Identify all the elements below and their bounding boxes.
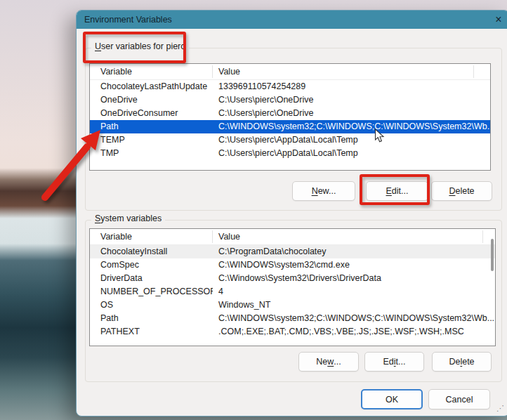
column-divider[interactable]	[212, 65, 213, 78]
table-row[interactable]: OneDriveConsumerC:\Users\pierc\OneDrive	[90, 107, 490, 120]
variable-name-cell: Path	[90, 312, 213, 325]
system-delete-button[interactable]: Delete	[432, 352, 492, 372]
window-title: Environment Variables	[84, 15, 172, 25]
table-row[interactable]: PATHEXT.COM;.EXE;.BAT;.CMD;.VBS;.VBE;.JS…	[90, 325, 495, 339]
desktop: Environment Variables × User variables f…	[0, 0, 507, 420]
variable-name-cell: ChocolateyInstall	[90, 245, 213, 258]
column-divider[interactable]	[473, 65, 474, 78]
variable-value-cell: C:\Users\pierc\OneDrive	[213, 107, 490, 120]
annotation-box-edit-button	[360, 174, 430, 205]
variable-name-cell: DriverData	[90, 272, 213, 285]
system-variables-table[interactable]: Variable Value ChocolateyInstallC:\Progr…	[89, 228, 496, 346]
variable-value-cell: C:\Users\pierc\AppData\Local\Temp	[213, 133, 490, 147]
system-new-button[interactable]: New...	[298, 352, 359, 372]
ok-button[interactable]: OK	[361, 389, 423, 409]
table-row[interactable]: ChocolateyInstallC:\ProgramData\chocolat…	[90, 245, 495, 258]
table-row[interactable]: OSWindows_NT	[90, 298, 495, 312]
variable-value-cell: 4	[213, 285, 495, 298]
table-body: ChocolateyInstallC:\ProgramData\chocolat…	[90, 245, 495, 339]
variable-value-cell: C:\WINDOWS\system32\cmd.exe	[213, 258, 495, 272]
table-row[interactable]: PathC:\WINDOWS\system32;C:\WINDOWS;C:\WI…	[90, 312, 495, 325]
column-divider[interactable]	[212, 230, 213, 243]
user-delete-button[interactable]: Delete	[431, 181, 492, 201]
cancel-button[interactable]: Cancel	[428, 389, 490, 409]
column-header-variable[interactable]: Variable	[90, 232, 213, 242]
table-row[interactable]: ComSpecC:\WINDOWS\system32\cmd.exe	[90, 258, 495, 272]
table-row[interactable]: TMPC:\Users\pierc\AppData\Local\Temp	[90, 147, 490, 160]
variable-name-cell: ChocolateyLastPathUpdate	[90, 80, 213, 93]
table-header: Variable Value	[90, 229, 495, 245]
variable-value-cell: C:\ProgramData\chocolatey	[213, 245, 495, 258]
variable-value-cell: 133969110574254289	[213, 80, 490, 93]
user-variables-table[interactable]: Variable Value ChocolateyLastPathUpdate1…	[89, 63, 491, 171]
title-bar[interactable]: Environment Variables	[77, 11, 507, 29]
scrollbar-thumb[interactable]	[491, 239, 494, 271]
variable-name-cell: OneDrive	[90, 93, 213, 107]
variable-value-cell: C:\Users\pierc\OneDrive	[213, 93, 490, 107]
column-header-value[interactable]: Value	[213, 232, 495, 242]
variable-name-cell: TEMP	[90, 133, 213, 147]
variable-name-cell: Path	[90, 120, 213, 133]
column-header-value[interactable]: Value	[213, 67, 490, 77]
variable-value-cell: C:\WINDOWS\system32;C:\WINDOWS;C:\WINDOW…	[213, 312, 495, 325]
column-header-variable[interactable]: Variable	[90, 67, 213, 77]
table-body: ChocolateyLastPathUpdate1339691105742542…	[90, 80, 490, 160]
variable-value-cell: C:\Windows\System32\Drivers\DriverData	[213, 272, 495, 285]
variable-name-cell: NUMBER_OF_PROCESSORS	[90, 285, 213, 298]
table-header: Variable Value	[90, 64, 490, 80]
table-row[interactable]: PathC:\WINDOWS\system32;C:\WINDOWS;C:\WI…	[90, 120, 490, 133]
close-button[interactable]: ×	[487, 11, 507, 29]
variable-name-cell: TMP	[90, 147, 213, 160]
table-row[interactable]: OneDriveC:\Users\pierc\OneDrive	[90, 93, 490, 107]
column-divider[interactable]	[482, 230, 483, 243]
user-new-button[interactable]: New...	[292, 181, 355, 201]
variable-name-cell: PATHEXT	[90, 325, 213, 339]
table-row[interactable]: TEMPC:\Users\pierc\AppData\Local\Temp	[90, 133, 490, 147]
variable-value-cell: C:\WINDOWS\system32;C:\WINDOWS;C:\WINDOW…	[213, 120, 490, 133]
system-edit-button[interactable]: Edit...	[364, 352, 424, 372]
variable-value-cell: Windows_NT	[213, 298, 495, 312]
close-icon: ×	[495, 14, 501, 25]
variable-value-cell: C:\Users\pierc\AppData\Local\Temp	[213, 147, 490, 160]
variable-name-cell: OS	[90, 298, 213, 312]
variable-name-cell: ComSpec	[90, 258, 213, 272]
variable-name-cell: OneDriveConsumer	[90, 107, 213, 120]
system-variables-label: System variables	[91, 214, 165, 223]
table-row[interactable]: DriverDataC:\Windows\System32\Drivers\Dr…	[90, 272, 495, 285]
table-row[interactable]: ChocolateyLastPathUpdate1339691105742542…	[90, 80, 490, 93]
resize-grip-icon[interactable]: ⋰	[496, 404, 504, 413]
environment-variables-dialog: Environment Variables × User variables f…	[76, 10, 507, 416]
variable-value-cell: .COM;.EXE;.BAT;.CMD;.VBS;.VBE;.JS;.JSE;.…	[213, 325, 495, 339]
annotation-box-user-variables	[83, 32, 186, 63]
table-row[interactable]: NUMBER_OF_PROCESSORS4	[90, 285, 495, 298]
